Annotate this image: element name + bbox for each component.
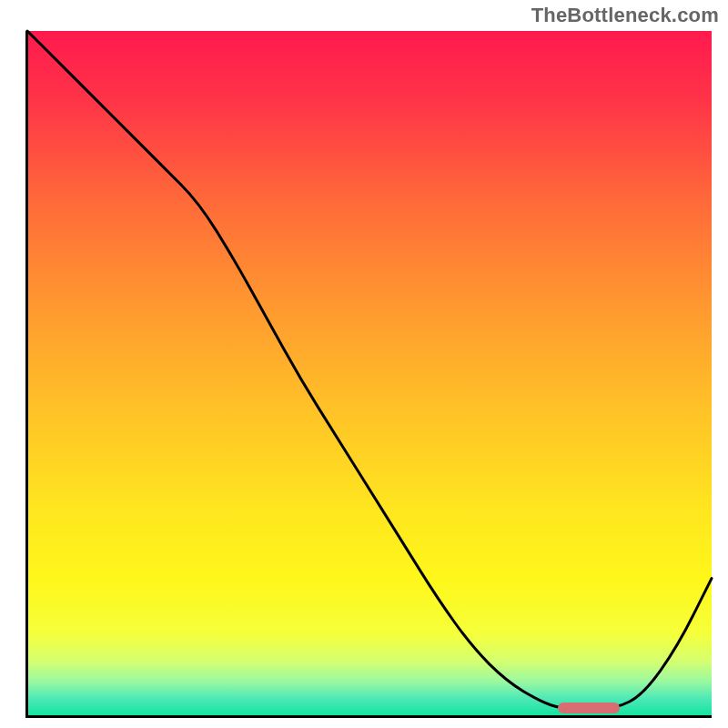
plot-area xyxy=(27,31,712,715)
y-axis xyxy=(25,31,28,717)
watermark-text: TheBottleneck.com xyxy=(531,4,719,27)
x-axis xyxy=(25,715,712,718)
optimal-range-marker xyxy=(558,703,620,713)
bottleneck-curve xyxy=(27,31,712,715)
chart-container: TheBottleneck.com xyxy=(0,0,728,728)
